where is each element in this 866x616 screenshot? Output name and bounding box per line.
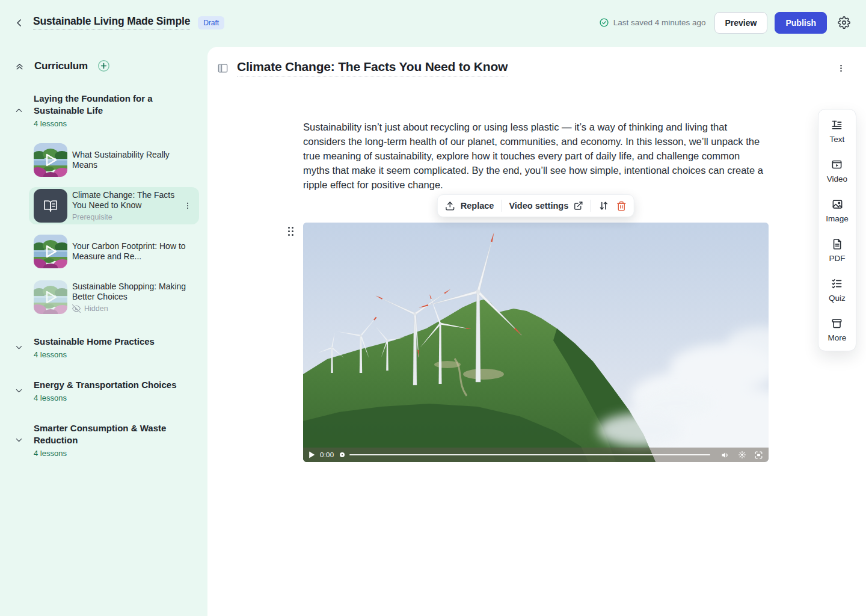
toggle-sidebar-button[interactable] bbox=[217, 63, 229, 74]
chevrons-up-icon bbox=[14, 61, 25, 71]
lesson-item-sustainable-shopping[interactable]: Sustainable Shopping: Making Better Choi… bbox=[29, 279, 199, 316]
video-time: 0:00 bbox=[320, 451, 334, 458]
lesson-item-carbon-footprint[interactable]: Your Carbon Footprint: How to Measure an… bbox=[29, 233, 199, 270]
section-title: Sustainable Home Practices bbox=[34, 336, 155, 348]
section-lesson-count: 4 lessons bbox=[34, 449, 178, 458]
text-icon bbox=[831, 119, 843, 131]
palette-item-image[interactable]: Image bbox=[826, 199, 849, 238]
settings-button[interactable] bbox=[838, 16, 850, 29]
lesson-meta: Prerequisite bbox=[72, 213, 176, 221]
player-settings-button[interactable] bbox=[738, 451, 746, 459]
chevron-down-icon[interactable] bbox=[14, 343, 24, 352]
lesson-item-what-sustainability[interactable]: What Sustainability Really Means bbox=[29, 141, 199, 179]
eye-off-icon bbox=[72, 304, 81, 313]
lesson-meta: Hidden bbox=[72, 304, 194, 313]
section-smarter-consumption: Smarter Consumption & Waste Reduction 4 … bbox=[14, 422, 199, 458]
delete-block-button[interactable] bbox=[616, 201, 627, 211]
preview-button[interactable]: Preview bbox=[714, 12, 768, 34]
section-lesson-count: 4 lessons bbox=[34, 393, 177, 402]
section-header[interactable]: Sustainable Home Practices 4 lessons bbox=[14, 336, 199, 359]
upload-icon bbox=[445, 201, 455, 211]
topbar: Sustainable Living Made Simple Draft Las… bbox=[0, 0, 866, 45]
section-header[interactable]: Smarter Consumption & Waste Reduction 4 … bbox=[14, 422, 199, 458]
section-title: Smarter Consumption & Waste Reduction bbox=[34, 422, 178, 446]
section-header[interactable]: Laying the Foundation for a Sustainable … bbox=[14, 93, 199, 128]
lesson-page-title[interactable]: Climate Change: The Facts You Need to Kn… bbox=[237, 60, 508, 76]
palette-item-more[interactable]: More bbox=[828, 318, 847, 348]
fullscreen-button[interactable] bbox=[754, 451, 763, 460]
external-link-icon bbox=[574, 201, 583, 211]
lesson-title: Your Carbon Footprint: How to Measure an… bbox=[72, 241, 194, 262]
palette-label: More bbox=[828, 333, 847, 342]
chevron-down-icon[interactable] bbox=[14, 386, 24, 395]
replace-label: Replace bbox=[461, 201, 494, 211]
player-settings-icon bbox=[738, 451, 746, 459]
section-lesson-count: 4 lessons bbox=[34, 350, 155, 359]
kebab-icon bbox=[837, 64, 846, 73]
volume-icon bbox=[721, 451, 730, 460]
palette-item-pdf[interactable]: PDF bbox=[829, 238, 846, 278]
book-open-icon bbox=[43, 199, 58, 213]
palette-item-video[interactable]: Video bbox=[827, 159, 847, 199]
save-status: Last saved 4 minutes ago bbox=[599, 17, 706, 28]
volume-button[interactable] bbox=[721, 451, 730, 460]
lesson-menu-button[interactable] bbox=[834, 61, 848, 75]
add-section-button[interactable] bbox=[97, 60, 110, 72]
section-laying-the-foundation: Laying the Foundation for a Sustainable … bbox=[14, 93, 199, 316]
progress-track[interactable] bbox=[349, 454, 710, 456]
chevron-up-icon[interactable] bbox=[14, 106, 24, 115]
last-saved-text: Last saved 4 minutes ago bbox=[613, 18, 706, 27]
curriculum-sidebar: Curriculum Laying the Foundation for a S… bbox=[0, 45, 207, 616]
lesson-title: What Sustainability Really Means bbox=[72, 150, 194, 170]
drag-handle-icon[interactable] bbox=[287, 226, 294, 236]
chevron-left-icon bbox=[13, 17, 25, 29]
lesson-content: Sustainability isn’t just about recyclin… bbox=[303, 120, 769, 192]
plus-circle-icon bbox=[97, 60, 110, 72]
back-button[interactable] bbox=[13, 17, 25, 29]
section-energy-transportation: Energy & Transportation Choices 4 lesson… bbox=[14, 379, 199, 402]
arrows-down-up-icon bbox=[598, 200, 609, 211]
scrubber-knob[interactable] bbox=[340, 452, 345, 457]
check-circle-icon bbox=[599, 17, 609, 28]
trash-icon bbox=[616, 201, 627, 211]
publish-button[interactable]: Publish bbox=[775, 12, 827, 34]
video-thumbnail-hidden bbox=[34, 280, 67, 314]
lesson-title: Climate Change: The Facts You Need to Kn… bbox=[72, 190, 176, 211]
play-button[interactable] bbox=[309, 451, 315, 458]
lesson-header: Climate Change: The Facts You Need to Kn… bbox=[207, 47, 866, 76]
curriculum-title: Curriculum bbox=[34, 60, 88, 72]
lesson-menu-button[interactable] bbox=[181, 199, 194, 212]
quiz-icon bbox=[831, 278, 843, 289]
hidden-label: Hidden bbox=[84, 304, 108, 313]
palette-item-text[interactable]: Text bbox=[830, 119, 845, 159]
video-thumbnail bbox=[34, 143, 67, 177]
video-frame-wind-turbines bbox=[303, 223, 769, 462]
collapse-all-button[interactable] bbox=[14, 61, 25, 71]
video-player[interactable]: 0:00 bbox=[303, 223, 769, 462]
lesson-list: What Sustainability Really Means Climate… bbox=[14, 141, 199, 316]
replace-button[interactable]: Replace bbox=[445, 201, 494, 211]
video-block-toolbar: Replace Video settings bbox=[437, 194, 634, 217]
intro-paragraph[interactable]: Sustainability isn’t just about recyclin… bbox=[303, 120, 769, 192]
palette-label: Image bbox=[826, 214, 849, 223]
reading-lesson-tile bbox=[34, 189, 67, 223]
section-title: Laying the Foundation for a Sustainable … bbox=[34, 93, 178, 117]
section-header[interactable]: Energy & Transportation Choices 4 lesson… bbox=[14, 379, 199, 402]
lesson-title: Sustainable Shopping: Making Better Choi… bbox=[72, 282, 194, 302]
section-title: Energy & Transportation Choices bbox=[34, 379, 177, 391]
lesson-item-climate-change[interactable]: Climate Change: The Facts You Need to Kn… bbox=[29, 187, 199, 224]
chevron-down-icon[interactable] bbox=[14, 436, 24, 445]
play-icon bbox=[309, 451, 315, 458]
fullscreen-icon bbox=[754, 451, 763, 460]
course-title[interactable]: Sustainable Living Made Simple bbox=[33, 15, 190, 30]
reorder-block-button[interactable] bbox=[598, 200, 609, 211]
palette-label: Quiz bbox=[829, 294, 846, 303]
video-settings-button[interactable]: Video settings bbox=[509, 201, 583, 211]
video-controls: 0:00 bbox=[303, 448, 769, 462]
section-lesson-count: 4 lessons bbox=[34, 119, 178, 128]
pdf-icon bbox=[832, 238, 843, 250]
section-sustainable-home: Sustainable Home Practices 4 lessons bbox=[14, 336, 199, 359]
palette-item-quiz[interactable]: Quiz bbox=[829, 278, 846, 318]
topbar-actions: Last saved 4 minutes ago Preview Publish bbox=[599, 12, 850, 34]
palette-label: Video bbox=[827, 174, 847, 183]
